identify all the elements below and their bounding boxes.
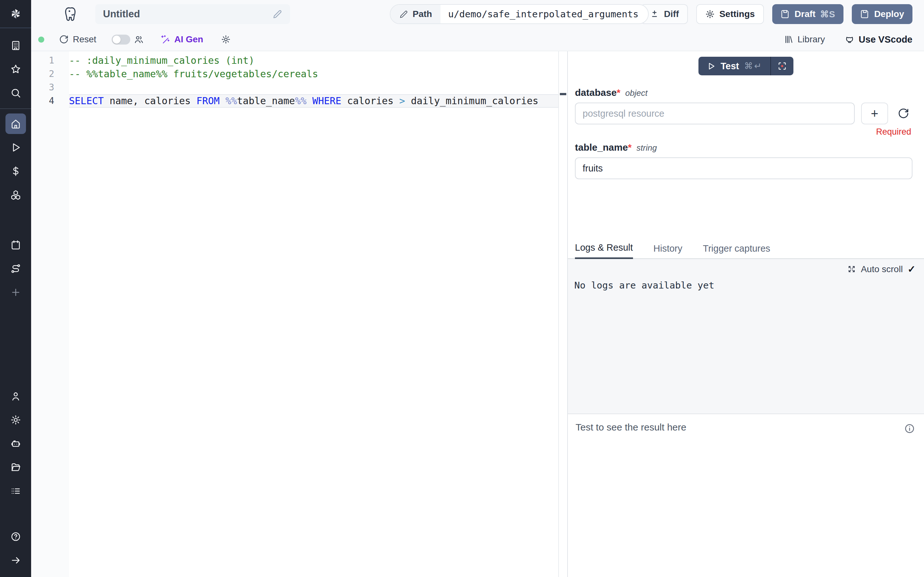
editor-settings-gear-icon[interactable] — [221, 35, 231, 44]
field-name-database: database* — [575, 87, 620, 98]
capture-button[interactable] — [771, 57, 793, 75]
deploy-button[interactable]: Deploy — [852, 4, 913, 24]
logs-empty-message: No logs are available yet — [568, 275, 924, 291]
refresh-icon — [898, 108, 909, 119]
database-input[interactable] — [575, 103, 855, 124]
capture-icon — [777, 61, 787, 71]
arguments-form: database* object + Required tab — [568, 87, 924, 179]
sidebar-item-runs[interactable] — [5, 137, 26, 158]
code-line-1: -- :daily_minimum_calories (int) — [69, 54, 558, 67]
reset-button[interactable]: Reset — [59, 34, 96, 45]
auto-scroll-checkmark[interactable]: ✓ — [908, 263, 916, 275]
line-number-gutter: 1 2 3 4 — [31, 51, 69, 577]
test-button-group: Test ⌘↵ — [698, 57, 793, 75]
logs-panel: Auto scroll ✓ No logs are available yet — [568, 259, 924, 414]
search-icon[interactable] — [5, 83, 26, 103]
library-icon — [784, 35, 793, 44]
result-panel: Test to see the result here — [568, 414, 924, 577]
status-dot — [38, 37, 44, 43]
settings-button[interactable]: Settings — [696, 4, 764, 24]
line-number: 3 — [31, 81, 69, 94]
sidebar-item-resources[interactable] — [5, 185, 26, 205]
refresh-icon — [59, 35, 69, 44]
code-editor[interactable]: 1 2 3 4 -- :daily_minimum_calories (int)… — [31, 51, 567, 577]
sidebar-divider — [0, 108, 31, 109]
tab-logs-and-result[interactable]: Logs & Result — [575, 242, 633, 259]
refresh-resources-button[interactable] — [895, 105, 913, 122]
play-icon — [707, 62, 716, 71]
save-icon — [860, 9, 870, 19]
draft-shortcut: ⌘S — [820, 9, 835, 19]
path-value: u/demo/safe_interpolated_arguments — [441, 9, 648, 19]
test-panel: Test ⌘↵ database* object — [567, 51, 924, 577]
topbar: Untitled Path u/demo/safe_interpolated_a… — [31, 0, 924, 28]
account-user-icon[interactable] — [5, 386, 26, 406]
vscode-cat-icon — [845, 35, 855, 44]
required-asterisk: * — [628, 142, 632, 153]
postgresql-icon — [63, 5, 79, 23]
sidebar — [0, 0, 31, 577]
path-widget[interactable]: Path u/demo/safe_interpolated_arguments — [390, 4, 649, 24]
edit-path-pencil-icon — [399, 10, 408, 19]
field-type-table-name: string — [636, 143, 657, 153]
edit-title-pencil-icon[interactable] — [273, 9, 282, 19]
auto-scroll-label[interactable]: Auto scroll — [861, 264, 903, 274]
audit-logs-list-icon[interactable] — [5, 481, 26, 501]
info-icon[interactable] — [904, 423, 915, 434]
editor-toolbar: Reset AI Gen Library Use VScode — [31, 28, 924, 51]
use-vscode-button[interactable]: Use VScode — [845, 34, 913, 45]
code-line-3 — [69, 81, 558, 94]
diff-icon — [650, 9, 659, 19]
overview-ruler-mark — [560, 93, 566, 95]
add-resource-button[interactable]: + — [861, 103, 888, 124]
workspace-icon[interactable] — [5, 35, 26, 56]
path-edit-button[interactable]: Path — [391, 5, 441, 23]
script-title: Untitled — [103, 8, 140, 20]
ai-gen-button[interactable]: AI Gen — [160, 34, 203, 45]
settings-gear-icon[interactable] — [5, 410, 26, 430]
collaborators-users-icon[interactable] — [134, 35, 144, 44]
field-type-database: object — [625, 88, 648, 98]
code-line-2: -- %%table_name%% fruits/vegetables/cere… — [69, 67, 558, 81]
script-title-field[interactable]: Untitled — [95, 4, 290, 24]
create-plus-icon[interactable] — [5, 282, 26, 303]
library-button[interactable]: Library — [784, 34, 825, 45]
windmill-logo-icon[interactable] — [0, 0, 31, 28]
sidebar-item-flows[interactable] — [5, 258, 26, 279]
result-placeholder-message: Test to see the result here — [575, 422, 686, 433]
test-shortcut: ⌘↵ — [744, 61, 762, 71]
sidebar-item-variables[interactable] — [5, 161, 26, 181]
expand-logs-icon[interactable] — [847, 265, 856, 274]
line-number-current: 4 — [31, 94, 69, 108]
test-button[interactable]: Test ⌘↵ — [698, 57, 771, 75]
folders-icon[interactable] — [5, 457, 26, 478]
settings-gear-icon — [705, 9, 715, 19]
code-area[interactable]: -- :daily_minimum_calories (int) -- %%ta… — [69, 51, 558, 577]
favorites-star-icon[interactable] — [5, 59, 26, 79]
table-name-input[interactable] — [575, 157, 913, 179]
draft-button[interactable]: Draft ⌘S — [772, 4, 843, 24]
line-number: 2 — [31, 67, 69, 81]
sidebar-item-home[interactable] — [5, 113, 26, 134]
line-number: 1 — [31, 54, 69, 67]
workers-bot-icon[interactable] — [5, 434, 26, 454]
expand-sidebar-arrow-icon[interactable] — [5, 550, 26, 571]
collab-toggle[interactable] — [111, 35, 130, 45]
field-name-table-name: table_name* — [575, 142, 632, 153]
required-message: Required — [575, 127, 913, 137]
result-tabs: Logs & Result History Trigger captures — [568, 242, 924, 259]
app-window: Untitled Path u/demo/safe_interpolated_a… — [0, 0, 924, 577]
magic-wand-icon — [160, 35, 170, 44]
path-label: Path — [413, 9, 432, 19]
sidebar-item-schedules[interactable] — [5, 235, 26, 255]
help-icon[interactable] — [5, 526, 26, 547]
tab-history[interactable]: History — [654, 243, 682, 258]
required-asterisk: * — [617, 87, 620, 98]
save-icon — [780, 9, 790, 19]
code-line-4-current: SELECT name, calories FROM %%table_name%… — [69, 94, 558, 108]
tab-trigger-captures[interactable]: Trigger captures — [703, 243, 771, 258]
overview-ruler[interactable] — [558, 51, 567, 577]
